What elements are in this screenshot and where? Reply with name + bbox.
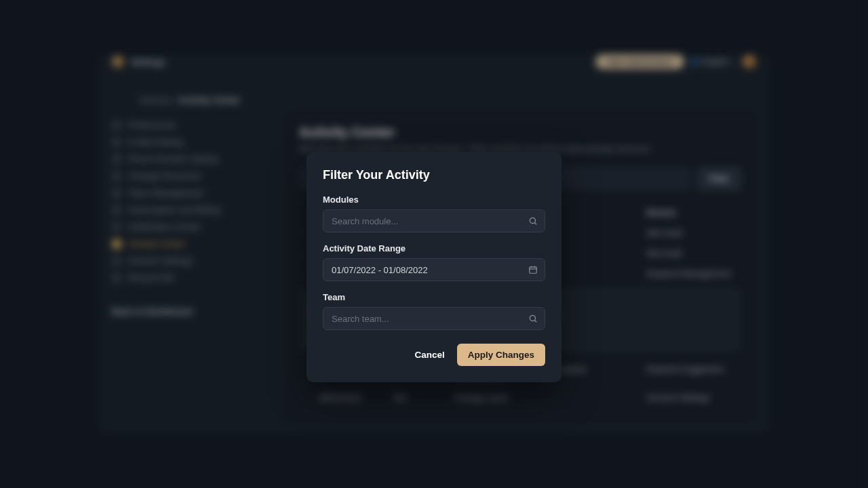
svg-rect-2 bbox=[530, 267, 537, 273]
team-label: Team bbox=[323, 292, 545, 302]
svg-line-1 bbox=[534, 222, 536, 224]
team-input[interactable] bbox=[332, 314, 521, 324]
svg-point-0 bbox=[530, 218, 535, 223]
modules-label: Modules bbox=[323, 195, 545, 205]
modules-input-wrap[interactable] bbox=[323, 209, 545, 232]
date-range-label: Activity Date Range bbox=[323, 243, 545, 253]
team-input-wrap[interactable] bbox=[323, 307, 545, 330]
svg-line-7 bbox=[534, 320, 536, 322]
apply-changes-button[interactable]: Apply Changes bbox=[457, 344, 545, 366]
svg-point-6 bbox=[530, 315, 535, 321]
modules-input[interactable] bbox=[332, 216, 521, 226]
cancel-button[interactable]: Cancel bbox=[412, 344, 447, 365]
search-icon bbox=[528, 216, 538, 226]
calendar-icon bbox=[528, 265, 538, 274]
modal-scrim[interactable]: Filter Your Activity Modules Activity Da… bbox=[0, 0, 868, 488]
date-range-input-wrap[interactable] bbox=[323, 258, 545, 281]
search-icon bbox=[528, 314, 538, 323]
date-range-input[interactable] bbox=[332, 265, 521, 275]
modal-title: Filter Your Activity bbox=[323, 168, 545, 182]
filter-modal: Filter Your Activity Modules Activity Da… bbox=[307, 152, 561, 382]
